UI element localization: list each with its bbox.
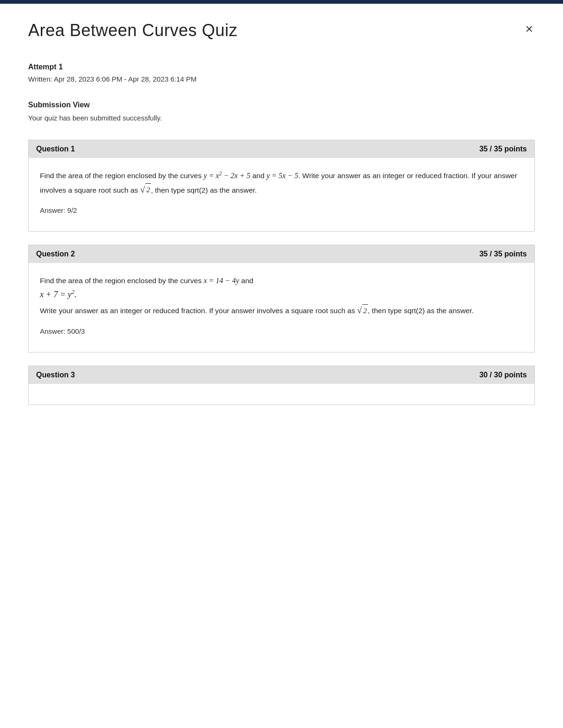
question-1-body: Find the area of the region enclosed by …	[29, 158, 534, 231]
submission-text: Your quiz has been submitted successfull…	[28, 114, 535, 122]
written-time: Written: Apr 28, 2023 6:06 PM - Apr 28, …	[28, 75, 535, 83]
submission-section: Submission View Your quiz has been submi…	[28, 88, 535, 127]
question-2-answer: Answer: 500/3	[40, 327, 523, 343]
header: Area Between Curves Quiz ×	[28, 4, 535, 50]
q2-math-1: x = 14 − 4y	[204, 277, 239, 285]
question-2-header: Question 2 35 / 35 points	[29, 245, 534, 263]
q2-math-block: x + 7 = y2.	[40, 287, 523, 301]
submission-label: Submission View	[28, 101, 535, 109]
question-2-body: Find the area of the region enclosed by …	[29, 263, 534, 352]
question-2-block: Question 2 35 / 35 points Find the area …	[28, 245, 535, 353]
question-3-body	[29, 384, 534, 405]
question-3-header: Question 3 30 / 30 points	[29, 366, 534, 384]
question-1-label: Question 1	[36, 145, 75, 153]
close-button[interactable]: ×	[524, 23, 535, 36]
question-3-points: 30 / 30 points	[479, 371, 527, 379]
question-2-text: Find the area of the region enclosed by …	[40, 274, 523, 318]
question-1-header: Question 1 35 / 35 points	[29, 140, 534, 158]
q1-math-2: y = 5x − 5	[266, 172, 298, 180]
q1-sqrt: √2	[140, 182, 151, 197]
q2-sqrt: √2	[357, 303, 368, 318]
question-1-text: Find the area of the region enclosed by …	[40, 169, 523, 197]
question-2-points: 35 / 35 points	[479, 250, 527, 258]
top-bar	[0, 0, 563, 4]
attempt-section: Attempt 1 Written: Apr 28, 2023 6:06 PM …	[28, 50, 535, 88]
question-2-label: Question 2	[36, 250, 75, 258]
question-1-block: Question 1 35 / 35 points Find the area …	[28, 140, 535, 232]
question-1-answer: Answer: 9/2	[40, 206, 523, 222]
question-1-points: 35 / 35 points	[479, 145, 527, 153]
attempt-label: Attempt 1	[28, 63, 535, 71]
question-3-label: Question 3	[36, 371, 75, 379]
q1-math-1: y = x2 − 2x + 5	[204, 172, 250, 180]
question-3-block: Question 3 30 / 30 points	[28, 366, 535, 405]
page-title: Area Between Curves Quiz	[28, 21, 237, 40]
